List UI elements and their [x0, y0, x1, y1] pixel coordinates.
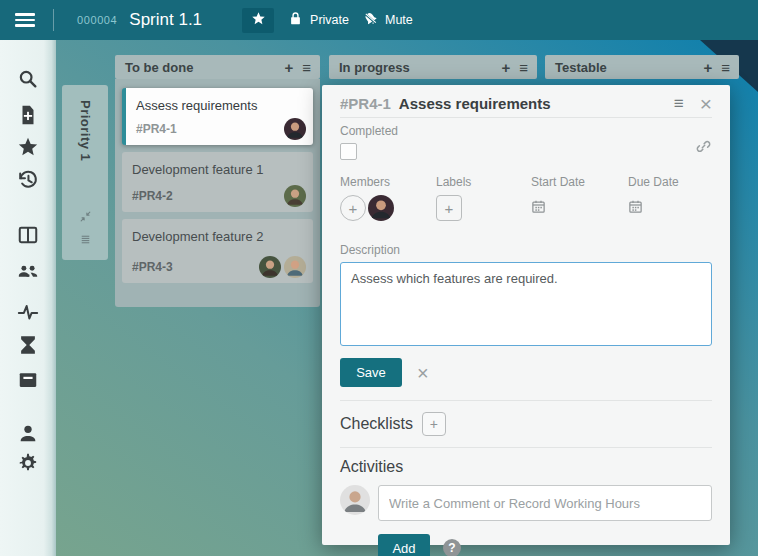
card-development-feature-2[interactable]: Development feature 2 #PR4-3	[122, 219, 313, 283]
cancel-edit-icon[interactable]: ×	[417, 363, 429, 383]
modal-card-title: Assess requirements	[399, 95, 674, 112]
star-board-button[interactable]	[242, 8, 274, 33]
add-card-icon[interactable]: +	[501, 60, 510, 75]
comment-input[interactable]	[378, 485, 712, 521]
avatar	[284, 256, 306, 278]
card-menu-icon[interactable]: ≡	[674, 95, 684, 112]
add-button[interactable]: Add	[378, 534, 430, 556]
due-date-label: Due Date	[628, 175, 679, 189]
card-id: #PR4-2	[132, 189, 173, 203]
modal-card-id: #PR4-1	[340, 95, 391, 112]
avatar	[259, 256, 281, 278]
column-header-in-progress[interactable]: In progress + ≡	[329, 55, 537, 79]
lock-icon	[288, 11, 303, 30]
section-divider	[340, 400, 712, 401]
top-bar: 000004 Sprint 1.1 Private	[0, 0, 758, 40]
members-icon[interactable]	[17, 259, 39, 281]
settings-icon[interactable]	[17, 452, 39, 474]
card-title: Development feature 2	[122, 219, 313, 244]
save-button[interactable]: Save	[340, 358, 402, 387]
drag-handle-icon[interactable]	[78, 232, 93, 250]
board-number: 000004	[77, 14, 117, 26]
add-card-icon[interactable]: +	[703, 60, 712, 75]
swimlane-priority-1[interactable]: Priority 1	[62, 85, 108, 260]
start-date-label: Start Date	[531, 175, 628, 189]
card-id: #PR4-1	[136, 122, 177, 136]
swimlane-title: Priority 1	[78, 100, 93, 161]
card-development-feature-1[interactable]: Development feature 1 #PR4-2	[122, 152, 313, 212]
completed-label: Completed	[340, 124, 712, 138]
icon-sidebar	[0, 40, 56, 556]
card-title: Development feature 1	[122, 152, 313, 177]
add-card-icon[interactable]: +	[284, 60, 293, 75]
column-title: Testable	[555, 60, 694, 75]
card-detail-modal: #PR4-1 Assess requirements ≡ × Completed…	[322, 85, 730, 545]
mute-button[interactable]: Mute	[363, 11, 413, 30]
card-title: Assess requirements	[126, 88, 313, 113]
user-icon[interactable]	[17, 422, 39, 444]
description-label: Description	[340, 243, 712, 257]
column-title: To be done	[125, 60, 275, 75]
star-icon	[251, 11, 266, 30]
card-assess-requirements[interactable]: Assess requirements #PR4-1	[122, 88, 313, 145]
archive-icon[interactable]	[17, 369, 39, 391]
add-checklist-icon[interactable]: +	[422, 412, 446, 436]
calendar-icon[interactable]	[531, 199, 546, 218]
menu-icon[interactable]	[15, 13, 35, 27]
modal-header-divider	[340, 117, 712, 118]
card-id: #PR4-3	[132, 260, 173, 274]
column-header-testable[interactable]: Testable + ≡	[545, 55, 739, 79]
topbar-divider	[53, 9, 54, 31]
search-icon[interactable]	[17, 68, 39, 90]
column-card-list: Assess requirements #PR4-1 Development f…	[115, 79, 320, 307]
hourglass-icon[interactable]	[17, 334, 39, 356]
column-menu-icon[interactable]: ≡	[302, 60, 311, 75]
checklists-heading: Checklists	[340, 415, 413, 433]
comment-avatar	[340, 485, 370, 515]
labels-label: Labels	[436, 175, 531, 189]
privacy-button[interactable]: Private	[288, 11, 349, 30]
avatar	[284, 118, 306, 140]
section-divider	[340, 447, 712, 448]
help-icon[interactable]: ?	[443, 539, 461, 556]
starred-boards-icon[interactable]	[17, 136, 39, 158]
calendar-icon[interactable]	[628, 199, 643, 218]
activities-heading: Activities	[340, 458, 712, 476]
board-title: Sprint 1.1	[129, 10, 202, 30]
history-icon[interactable]	[17, 169, 39, 191]
app-screen: 000004 Sprint 1.1 Private	[0, 0, 758, 556]
add-member-icon[interactable]: +	[340, 195, 366, 221]
add-label-icon[interactable]: +	[436, 195, 462, 221]
column-menu-icon[interactable]: ≡	[519, 60, 528, 75]
board-icon[interactable]	[17, 224, 39, 246]
members-label: Members	[340, 175, 436, 189]
column-title: In progress	[339, 60, 492, 75]
description-textarea[interactable]: Assess which features are required.	[340, 262, 712, 346]
column-header-to-be-done[interactable]: To be done + ≡	[115, 55, 320, 79]
completed-checkbox[interactable]	[340, 143, 357, 160]
avatar	[284, 185, 306, 207]
mute-icon	[363, 11, 378, 30]
privacy-label: Private	[310, 13, 349, 27]
column-menu-icon[interactable]: ≡	[721, 60, 730, 75]
member-avatar[interactable]	[368, 195, 394, 221]
activity-icon[interactable]	[17, 301, 39, 323]
collapse-icon[interactable]	[78, 209, 93, 227]
close-icon[interactable]: ×	[700, 93, 712, 114]
mute-label: Mute	[385, 13, 413, 27]
add-document-icon[interactable]	[17, 104, 39, 126]
link-icon[interactable]	[695, 138, 712, 159]
